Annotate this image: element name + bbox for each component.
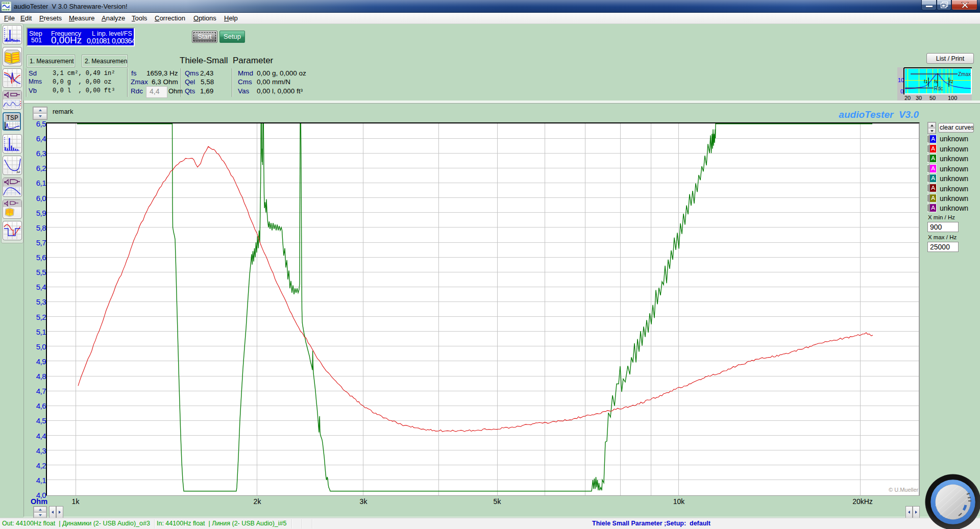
- svg-text:fs: fs: [934, 79, 938, 84]
- svg-text:Zmax: Zmax: [958, 71, 971, 77]
- svg-text:Rdc: Rdc: [934, 86, 943, 91]
- svg-text:0: 0: [900, 88, 903, 94]
- svg-text:f1: f1: [924, 79, 928, 84]
- svg-text:f2: f2: [949, 79, 953, 84]
- svg-text:10: 10: [898, 77, 904, 83]
